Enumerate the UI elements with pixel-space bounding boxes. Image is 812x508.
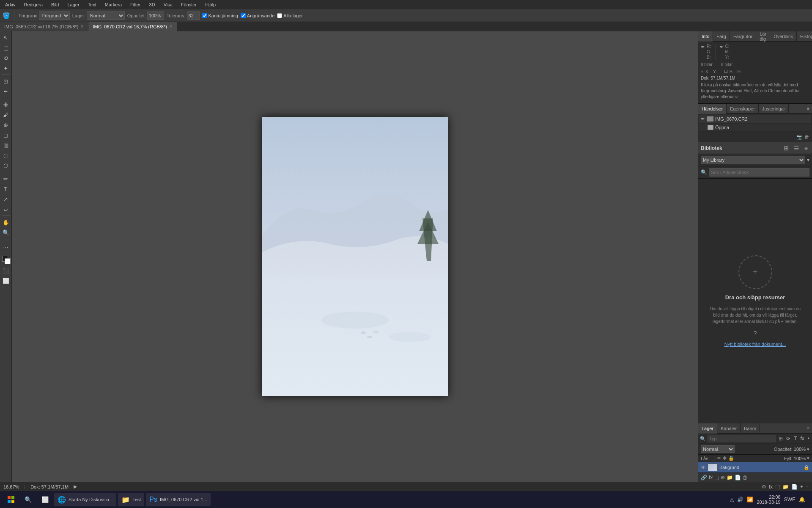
bibliotek-library-select[interactable]: My Library [701,156,805,164]
lager-delete-btn[interactable]: 🗑 [743,475,748,480]
status-arrow[interactable]: ▶ [74,484,77,489]
tool-text[interactable]: T [1,184,11,193]
tab-lager[interactable]: Lager [698,423,717,433]
tool-magic-wand[interactable]: ✦ [1,64,11,73]
status-icon3[interactable]: ⬚ [775,484,780,490]
panel-tab-farg[interactable]: Färg [713,31,730,41]
alla-lager-checkbox[interactable] [277,13,282,18]
tool-path[interactable]: ↗ [1,194,11,204]
status-icon4[interactable]: 📁 [782,484,789,490]
tool-blur[interactable]: ◌ [1,151,11,160]
bibliotek-search-input[interactable] [709,168,809,177]
tool-brush[interactable]: 🖌 [1,110,11,119]
bibliotek-new-library-link[interactable]: Nytt bibliotek från dokument... [724,342,786,347]
lager-row-bakgrund[interactable]: 👁 Bakgrund 🔒 [698,462,812,473]
lager-new-btn[interactable]: 📄 [735,475,741,480]
tab-img0670[interactable]: IMG_0670.CR2 vid 16,7% (RGB/8*) ✕ [88,22,177,31]
lager-filter-icon5[interactable]: • [807,436,810,442]
menu-visa[interactable]: Visa [162,2,174,7]
panel-tab-histogram[interactable]: Histogram [797,31,812,41]
handelser-item-main[interactable]: ✒ IMG_0670.CR2 [699,115,811,124]
windows-start-btn[interactable] [3,492,19,507]
tool-crop[interactable]: ⊡ [1,77,11,86]
handelser-item-sub[interactable]: Öppna [699,124,811,132]
panel-tab-overblick[interactable]: Överblick [770,31,797,41]
lager-panel-collapse[interactable]: ≡ [804,426,812,431]
lager-link-btn[interactable]: 🔗 [701,475,707,480]
tab-egenskaper[interactable]: Egenskaper [727,104,759,114]
tool-shape[interactable]: ▱ [1,204,11,214]
tool-zoom[interactable]: 🔍 [1,228,11,237]
bibliotek-list-icon[interactable]: ☰ [792,144,801,152]
blend-mode-select[interactable]: Normal [87,11,125,20]
lager-filter-icon4[interactable]: fx [799,436,805,442]
lager-fx-btn[interactable]: fx [709,475,713,480]
menu-text[interactable]: Text [86,2,98,7]
tool-heal[interactable]: ✙ [1,100,11,109]
tool-move[interactable]: ↖ [1,33,11,42]
bibliotek-grid-icon[interactable]: ⊞ [782,144,790,152]
lager-adj-btn[interactable]: ⊕ [721,475,725,480]
tab-banor[interactable]: Banor [741,423,760,433]
tolerance-input[interactable] [187,11,200,20]
tray-icon2[interactable]: 🔊 [737,497,743,502]
menu-lager[interactable]: Lager [66,2,81,7]
tray-icon1[interactable]: △ [730,497,734,502]
lock-all-icon[interactable]: 🔒 [728,456,734,461]
tab-close-2[interactable]: ✕ [169,24,173,29]
lager-opacity-arrow[interactable]: ▾ [807,447,809,452]
lock-image-icon[interactable]: ✏ [717,456,721,461]
tool-screenmode[interactable]: ⬜ [1,276,11,285]
tool-more[interactable]: … [1,241,11,250]
taskbar-browser-item[interactable]: 🌐 Starta Ny Diskussio... [54,493,116,506]
menu-redigera[interactable]: Redigera [22,2,44,7]
menu-arkiv[interactable]: Arkiv [3,2,17,7]
taskbar-search-btn[interactable]: 🔍 [20,492,36,507]
tray-language[interactable]: SWE [784,497,796,502]
tab-handelser[interactable]: Händelser [698,104,727,114]
lager-filter-icon1[interactable]: ⊞ [778,436,784,442]
tool-eyedropper[interactable]: ✒ [1,87,11,96]
handelser-trash-icon[interactable]: 🗑 [804,134,809,140]
lock-position-icon[interactable]: ✥ [723,456,727,461]
panel-tab-info[interactable]: Info [698,31,713,41]
menu-bild[interactable]: Bild [49,2,60,7]
tool-quickmask[interactable]: ⬛ [1,266,11,275]
status-plus-icon[interactable]: + [800,484,803,490]
menu-hjalp[interactable]: Hjälp [203,2,217,7]
tool-gradient[interactable]: ▥ [1,141,11,150]
canvas-image[interactable] [262,117,448,396]
tool-eraser[interactable]: ◻ [1,130,11,140]
lager-mask-btn[interactable]: ⬚ [714,475,719,480]
tab-justeringar[interactable]: Justeringar [759,104,789,114]
tool-dodge[interactable]: ⬡ [1,161,11,170]
background-color[interactable] [5,258,11,264]
bibliotek-chevron-icon[interactable]: ▾ [807,157,809,163]
status-icon2[interactable]: fx [769,484,773,490]
taskbar-ps-item[interactable]: Ps IMG_0670.CR2 vid 1... [146,493,211,506]
taskbar-explorer-item[interactable]: 📁 Test [118,493,144,506]
lager-search-input[interactable] [708,435,776,442]
menu-fonster[interactable]: Fönster [179,2,198,7]
opacity-input[interactable] [147,11,164,20]
lager-folder-btn[interactable]: 📁 [727,475,733,480]
status-minus-icon[interactable]: − [806,484,809,490]
tool-pen[interactable]: ✏ [1,174,11,183]
tool-clone[interactable]: ⊕ [1,120,11,130]
menu-markera[interactable]: Markera [103,2,123,7]
panel-tab-fargrutors[interactable]: Färgrutör [730,31,756,41]
tab-kanaler[interactable]: Kanaler [717,423,741,433]
panel-tab-lar-dig[interactable]: Lär dig [756,31,770,41]
angransande-checkbox[interactable] [241,13,246,18]
menu-3d[interactable]: 3D [148,2,157,7]
lager-eye-bakgrund[interactable]: 👁 [701,464,706,470]
bibliotek-collapse-icon[interactable]: ≡ [803,144,809,152]
handelser-camera-icon[interactable]: 📷 [796,134,803,140]
lager-blend-mode[interactable]: Normal [701,445,735,453]
lager-filter-icon3[interactable]: T [793,436,798,442]
kantutjamning-checkbox[interactable] [202,13,207,18]
taskbar-taskview-btn[interactable]: ⬜ [37,492,52,507]
tab-close-1[interactable]: ✕ [80,24,84,29]
tab-img0669[interactable]: IMG_0669.CR2 vid 16,7% (RGB/8*) ✕ [0,22,88,31]
lock-transparent-icon[interactable]: ⬚ [711,456,716,461]
